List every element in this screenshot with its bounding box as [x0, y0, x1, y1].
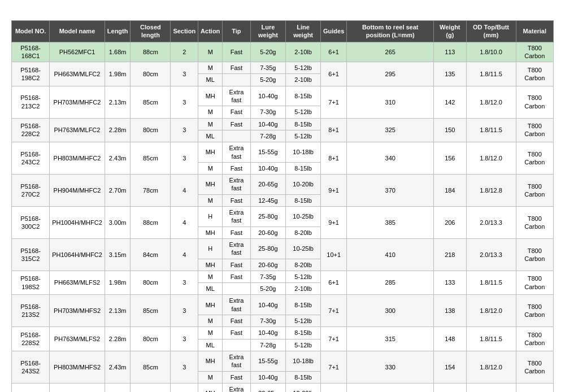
table-cell: 9+1	[321, 175, 347, 207]
table-cell: 2.0/13.3	[466, 207, 516, 239]
table-cell: 2	[171, 42, 198, 62]
table-cell: PH703M/MHFC2	[50, 86, 105, 118]
table-cell: Extra fast	[223, 295, 250, 315]
table-cell: 4	[171, 207, 198, 239]
table-cell: 8-20lb	[286, 259, 321, 271]
table-cell: 20-60g	[250, 259, 286, 271]
table-row: P5168-228C2PH763M/MLFC22.28m80cm3MFast10…	[12, 118, 554, 130]
table-cell: 8-15lb	[286, 295, 321, 315]
table-cell: 10-40g	[250, 371, 286, 383]
table-cell: Fast	[223, 315, 250, 327]
table-cell: 8-15lb	[286, 118, 321, 130]
table-cell: PH1004H/MHFC2	[50, 207, 105, 239]
table-cell: 2-10lb	[286, 74, 321, 86]
column-header: Line weight	[286, 21, 321, 42]
table-cell: 330	[347, 351, 434, 383]
table-cell: T800 Carbon	[516, 118, 553, 142]
table-cell: 5-12lb	[286, 339, 321, 351]
table-cell: MH	[198, 142, 223, 163]
table-cell: 3	[171, 62, 198, 86]
table-cell: 2.43m	[105, 142, 131, 175]
table-cell: 5-12lb	[286, 315, 321, 327]
table-cell: 3.00m	[105, 207, 131, 239]
table-cell: 370	[347, 175, 434, 207]
table-cell: 8-15lb	[286, 194, 321, 206]
table-cell: 206	[434, 207, 466, 239]
table-cell: 5-12lb	[286, 271, 321, 282]
table-cell: M	[198, 106, 223, 118]
column-header: Length	[105, 21, 131, 42]
table-cell: T800 Carbon	[516, 271, 553, 295]
table-cell: P5168-300C2	[12, 207, 50, 239]
table-cell: 1.8/10.0	[466, 42, 516, 62]
table-cell: MH	[198, 227, 223, 238]
table-cell: 360	[347, 383, 434, 392]
table-cell: MH	[198, 295, 223, 315]
column-header: Tip	[223, 21, 250, 42]
table-cell: 12-45g	[250, 194, 286, 206]
table-cell: 80cm	[131, 118, 171, 142]
column-header: Closed length	[131, 21, 171, 42]
table-cell: Fast	[223, 271, 250, 282]
table-cell: P5168-315C2	[12, 238, 50, 271]
table-cell: 88cm	[131, 207, 171, 239]
table-cell	[223, 283, 250, 295]
table-cell: 156	[434, 142, 466, 175]
table-cell: 8-20lb	[286, 227, 321, 238]
table-cell: P5168-243C2	[12, 142, 50, 175]
table-cell: 3	[171, 351, 198, 383]
table-cell: Fast	[223, 62, 250, 74]
table-cell: 3	[171, 118, 198, 142]
column-header: Section	[171, 21, 198, 42]
table-cell: ML	[198, 339, 223, 351]
column-header: Action	[198, 21, 223, 42]
table-cell: 3	[171, 142, 198, 175]
table-cell	[223, 74, 250, 86]
table-cell: 3	[171, 327, 198, 351]
table-cell: 7+1	[321, 295, 347, 327]
rod-table: Model NO.Model nameLengthClosed lengthSe…	[11, 20, 554, 392]
table-cell: Fast	[223, 227, 250, 238]
table-cell: 78cm	[131, 383, 171, 392]
column-header: Model name	[50, 21, 105, 42]
table-cell: 8-15lb	[286, 162, 321, 174]
table-cell: 1.68m	[105, 42, 131, 62]
table-cell: 4	[171, 238, 198, 271]
table-cell: 10+1	[321, 238, 347, 271]
column-header: Bottom to reel seat position (L=mm)	[347, 21, 434, 42]
table-cell: 20-65g	[250, 383, 286, 392]
table-row: P5168-270C2PH904M/MHFC22.70m78cm4MHExtra…	[12, 175, 554, 195]
table-cell: M	[198, 42, 223, 62]
table-cell: T800 Carbon	[516, 207, 553, 239]
table-row: P5168-213C2PH703M/MHFC22.13m85cm3MHExtra…	[12, 86, 554, 106]
table-cell: 8+1	[321, 142, 347, 175]
table-cell: T800 Carbon	[516, 351, 553, 383]
table-cell: T800 Carbon	[516, 327, 553, 351]
table-cell: 85cm	[131, 351, 171, 383]
table-cell: 300	[347, 295, 434, 327]
table-cell: 3.15m	[105, 238, 131, 271]
table-cell: H	[198, 238, 223, 259]
table-cell: 5-12lb	[286, 106, 321, 118]
table-cell: 1.98m	[105, 271, 131, 295]
table-cell: 5-20g	[250, 74, 286, 86]
table-cell: 325	[347, 118, 434, 142]
table-cell: 20-65g	[250, 175, 286, 195]
table-cell: 88cm	[131, 42, 171, 62]
table-cell: 20-60g	[250, 227, 286, 238]
table-row: P5168-315C2PH1064H/MHFC23.15m84cm4HExtra…	[12, 238, 554, 259]
table-cell: ML	[198, 130, 223, 142]
table-row: P5168-243C2PH803M/MHFC22.43m85cm3MHExtra…	[12, 142, 554, 163]
table-cell: 5-20g	[250, 42, 286, 62]
table-cell: 7+1	[321, 351, 347, 383]
table-cell: M	[198, 371, 223, 383]
table-cell: 84cm	[131, 238, 171, 271]
table-cell: 7-35g	[250, 62, 286, 74]
table-cell: P5168-228S2	[12, 327, 50, 351]
table-cell: M	[198, 194, 223, 206]
table-cell: 2.13m	[105, 295, 131, 327]
table-cell: P5168-213S2	[12, 295, 50, 327]
table-cell: 1.8/12.8	[466, 175, 516, 207]
table-cell: Fast	[223, 42, 250, 62]
table-cell: 7-30g	[250, 106, 286, 118]
